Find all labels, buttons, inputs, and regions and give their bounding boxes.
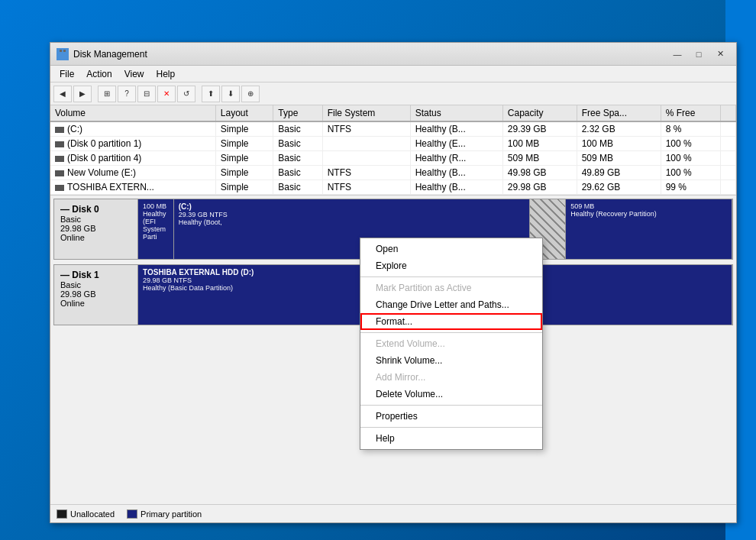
cell-fs [322, 137, 410, 151]
table-row[interactable]: TOSHIBA EXTERN... Simple Basic NTFS Heal… [50, 180, 736, 195]
cell-volume: New Volume (E:) [50, 166, 215, 180]
ctx-open[interactable]: Open [360, 241, 542, 257]
disk-0-size: 29.98 GB [60, 224, 131, 233]
minimize-button[interactable]: — [667, 47, 687, 62]
ctx-shrink[interactable]: Shrink Volume... [360, 352, 542, 369]
menu-view[interactable]: View [118, 67, 150, 81]
cell-fs [322, 151, 410, 166]
context-menu: Open Explore Mark Partition as Active Ch… [360, 238, 543, 450]
ctx-properties[interactable]: Properties [360, 408, 542, 425]
cell-status: Healthy (B... [410, 166, 502, 180]
disk-1-label: — Disk 1 Basic 29.98 GB Online [54, 265, 138, 325]
col-layout: Layout [215, 105, 273, 121]
cell-volume: TOSHIBA EXTERN... [50, 180, 215, 195]
ctx-sep-3 [360, 405, 542, 406]
disk-management-window: Disk Management — □ ✕ File Action View H… [50, 42, 737, 523]
cell-free: 100 MB [577, 137, 661, 151]
cell-free: 29.62 GB [577, 180, 661, 195]
cell-layout: Simple [215, 121, 273, 137]
legend-primary-label: Primary partition [141, 509, 202, 519]
disk-0-part-1[interactable]: 100 MBHealthy (EFI System Parti [138, 199, 174, 259]
ctx-help[interactable]: Help [360, 430, 542, 447]
cell-extra [721, 166, 736, 180]
cell-layout: Simple [215, 166, 273, 180]
refresh-button[interactable]: ↺ [177, 86, 195, 102]
add-button[interactable]: ⊕ [241, 86, 260, 102]
menu-help[interactable]: Help [150, 67, 182, 81]
cell-extra [721, 151, 736, 166]
close-button[interactable]: ✕ [710, 47, 730, 62]
cell-capacity: 509 MB [502, 151, 577, 166]
cell-type: Basic [273, 137, 322, 151]
ctx-delete[interactable]: Delete Volume... [360, 386, 542, 403]
disk-0-label: — Disk 0 Basic 29.98 GB Online [54, 199, 138, 259]
disk-1-type: Basic [60, 280, 131, 289]
disk-0-status: Online [60, 233, 131, 242]
disk-1-name: — Disk 1 [60, 270, 131, 280]
back-button[interactable]: ◀ [53, 86, 72, 102]
cell-volume: (Disk 0 partition 4) [50, 151, 215, 166]
window-title: Disk Management [73, 49, 667, 60]
ctx-sep-2 [360, 332, 542, 333]
cell-pct: 100 % [661, 151, 721, 166]
table-row[interactable]: New Volume (E:) Simple Basic NTFS Health… [50, 166, 736, 180]
cell-status: Healthy (B... [410, 180, 502, 195]
cell-free: 509 MB [577, 151, 661, 166]
cell-layout: Simple [215, 180, 273, 195]
ctx-sep-1 [360, 276, 542, 277]
disk-0-type: Basic [60, 215, 131, 224]
table-row[interactable]: (Disk 0 partition 4) Simple Basic Health… [50, 151, 736, 166]
menu-action[interactable]: Action [80, 67, 118, 81]
legend-unallocated: Unallocated [57, 509, 115, 519]
cell-type: Basic [273, 151, 322, 166]
col-pct: % Free [661, 105, 721, 121]
cell-pct: 100 % [661, 166, 721, 180]
cell-volume: (C:) [50, 121, 215, 137]
window-controls: — □ ✕ [667, 47, 730, 62]
col-extra [721, 105, 736, 121]
down-button[interactable]: ⬇ [221, 86, 240, 102]
window-icon [57, 48, 69, 60]
cell-extra [721, 180, 736, 195]
legend-unallocated-box [57, 509, 67, 519]
ctx-add-mirror: Add Mirror... [360, 369, 542, 386]
cell-extra [721, 121, 736, 137]
volume-table: Volume Layout Type File System Status Ca… [50, 105, 736, 195]
delete-button[interactable]: ✕ [157, 86, 176, 102]
cell-type: Basic [273, 121, 322, 137]
help-button[interactable]: ? [118, 86, 136, 102]
svg-rect-2 [63, 50, 66, 52]
legend-primary: Primary partition [127, 509, 202, 519]
ctx-sep-4 [360, 427, 542, 428]
cell-status: Healthy (E... [410, 137, 502, 151]
ctx-change-letter[interactable]: Change Drive Letter and Paths... [360, 296, 542, 313]
cell-fs: NTFS [322, 180, 410, 195]
disk-1-status: Online [60, 299, 131, 308]
volume-table-area: Volume Layout Type File System Status Ca… [50, 105, 736, 196]
cell-status: Healthy (R... [410, 151, 502, 166]
maximize-button[interactable]: □ [689, 47, 709, 62]
cell-capacity: 49.98 GB [502, 166, 577, 180]
table-row[interactable]: (C:) Simple Basic NTFS Healthy (B... 29.… [50, 121, 736, 137]
forward-button[interactable]: ▶ [73, 86, 92, 102]
disk-0-name: — Disk 0 [60, 204, 131, 215]
table-row[interactable]: (Disk 0 partition 1) Simple Basic Health… [50, 137, 736, 151]
col-status: Status [410, 105, 502, 121]
cell-pct: 8 % [661, 121, 721, 137]
toolbar: ◀ ▶ ⊞ ? ⊟ ✕ ↺ ⬆ ⬇ ⊕ [50, 82, 736, 105]
disk-0-part-4[interactable]: 509 MB Healthy (Recovery Partition) [566, 199, 732, 259]
cell-capacity: 100 MB [502, 137, 577, 151]
col-volume: Volume [50, 105, 215, 121]
show-grid-button[interactable]: ⊞ [98, 86, 116, 102]
menu-file[interactable]: File [53, 67, 80, 81]
legend-bar: Unallocated Primary partition [50, 504, 736, 522]
svg-rect-1 [60, 50, 62, 52]
up-button[interactable]: ⬆ [202, 86, 220, 102]
col-capacity: Capacity [502, 105, 577, 121]
ctx-explore[interactable]: Explore [360, 257, 542, 274]
menu-bar: File Action View Help [50, 66, 736, 82]
cell-extra [721, 137, 736, 151]
ctx-extend: Extend Volume... [360, 335, 542, 352]
ctx-format[interactable]: Format... [360, 313, 542, 330]
remove-button[interactable]: ⊟ [137, 86, 156, 102]
